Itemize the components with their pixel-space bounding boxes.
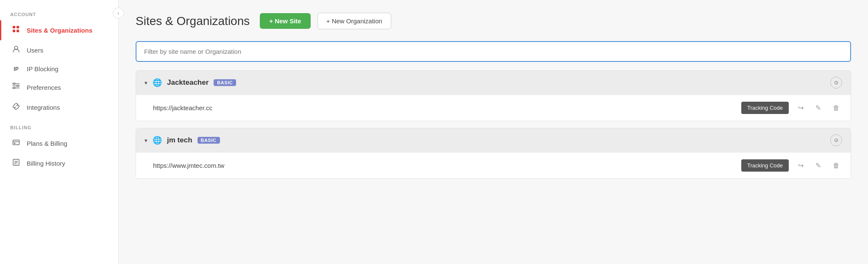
tracking-code-button[interactable]: Tracking Code bbox=[741, 102, 789, 114]
filter-input[interactable] bbox=[136, 41, 851, 62]
sidebar-item-integrations[interactable]: Integrations bbox=[0, 97, 118, 117]
tracking-code-button[interactable]: Tracking Code bbox=[741, 159, 789, 172]
sidebar-item-preferences[interactable]: Preferences bbox=[0, 78, 118, 97]
edit-icon[interactable]: ✎ bbox=[813, 160, 823, 171]
header-row: Sites & Organizations + New Site + New O… bbox=[136, 13, 851, 29]
org-options: ⊙ bbox=[830, 77, 842, 89]
site-row: https://www.jmtec.com.tw Tracking Code ↪… bbox=[136, 152, 851, 178]
new-organization-button[interactable]: + New Organization bbox=[317, 13, 391, 29]
svg-rect-5 bbox=[13, 83, 15, 84]
site-url: https://www.jmtec.com.tw bbox=[153, 162, 734, 169]
org-options-button[interactable]: ⊙ bbox=[830, 77, 842, 89]
sidebar-item-label: Users bbox=[27, 47, 43, 54]
org-header-jmtech[interactable]: ▾ 🌐 jm tech BASIC ⊙ bbox=[136, 128, 851, 152]
org-block-jmtech: ▾ 🌐 jm tech BASIC ⊙ https://www.jmtec.co… bbox=[136, 128, 851, 179]
svg-rect-3 bbox=[17, 30, 19, 32]
grid-icon bbox=[11, 25, 21, 35]
org-options: ⊙ bbox=[830, 134, 842, 146]
org-name: jm tech bbox=[167, 136, 192, 145]
sidebar-item-plans-billing[interactable]: Plans & Billing bbox=[0, 133, 118, 153]
svg-rect-13 bbox=[13, 140, 19, 145]
svg-rect-7 bbox=[13, 87, 15, 89]
sidebar-item-ip-blocking[interactable]: IP IP Blocking bbox=[0, 60, 118, 78]
sidebar-item-label: IP Blocking bbox=[27, 65, 58, 72]
org-header-jackteacher[interactable]: ▾ 🌐 Jackteacher BASIC ⊙ bbox=[136, 71, 851, 94]
sidebar-item-users[interactable]: Users bbox=[0, 40, 118, 60]
sidebar-item-label: Preferences bbox=[27, 84, 61, 91]
delete-icon[interactable]: 🗑 bbox=[830, 103, 842, 114]
redirect-icon[interactable]: ↪ bbox=[796, 102, 806, 114]
billing-history-icon bbox=[11, 158, 21, 168]
integrations-icon bbox=[11, 103, 21, 112]
sidebar-item-billing-history[interactable]: Billing History bbox=[0, 153, 118, 173]
delete-icon[interactable]: 🗑 bbox=[830, 160, 842, 171]
new-site-button[interactable]: + New Site bbox=[260, 13, 310, 29]
sidebar-collapse-button[interactable]: ‹ bbox=[113, 8, 124, 19]
chevron-down-icon: ▾ bbox=[145, 137, 147, 144]
site-url: https://jackteacher.cc bbox=[153, 104, 734, 111]
svg-rect-2 bbox=[13, 30, 15, 32]
svg-rect-1 bbox=[17, 26, 19, 28]
sidebar-item-sites-organizations[interactable]: Sites & Organizations bbox=[0, 20, 118, 40]
sidebar-item-label: Sites & Organizations bbox=[27, 27, 92, 34]
circle-chevron-down-icon: ⊙ bbox=[834, 80, 838, 86]
org-options-button[interactable]: ⊙ bbox=[830, 134, 842, 146]
chevron-down-icon: ▾ bbox=[145, 80, 147, 86]
main-content: Sites & Organizations + New Site + New O… bbox=[119, 0, 868, 264]
plan-badge: BASIC bbox=[198, 137, 220, 144]
sidebar-item-label: Billing History bbox=[27, 160, 65, 167]
redirect-icon[interactable]: ↪ bbox=[796, 160, 806, 171]
svg-rect-15 bbox=[14, 143, 16, 144]
sidebar: ‹ ACCOUNT Sites & Organizations Users IP… bbox=[0, 0, 119, 264]
sliders-icon bbox=[11, 83, 21, 92]
plan-badge: BASIC bbox=[214, 79, 236, 86]
org-block-jackteacher: ▾ 🌐 Jackteacher BASIC ⊙ https://jackteac… bbox=[136, 70, 851, 121]
billing-section-label: BILLING bbox=[0, 117, 118, 133]
edit-icon[interactable]: ✎ bbox=[813, 102, 823, 114]
circle-chevron-down-icon: ⊙ bbox=[834, 137, 838, 143]
svg-rect-0 bbox=[13, 26, 15, 28]
globe-icon: 🌐 bbox=[153, 136, 162, 145]
site-row: https://jackteacher.cc Tracking Code ↪ ✎… bbox=[136, 94, 851, 121]
svg-rect-6 bbox=[17, 85, 19, 86]
sidebar-item-label: Plans & Billing bbox=[27, 140, 67, 147]
account-section-label: ACCOUNT bbox=[0, 4, 118, 20]
ip-icon: IP bbox=[11, 66, 21, 72]
org-name: Jackteacher bbox=[167, 78, 209, 87]
sidebar-item-label: Integrations bbox=[27, 104, 60, 111]
plans-billing-icon bbox=[11, 139, 21, 148]
globe-icon: 🌐 bbox=[153, 78, 162, 87]
person-icon bbox=[11, 45, 21, 55]
page-title: Sites & Organizations bbox=[136, 14, 250, 28]
